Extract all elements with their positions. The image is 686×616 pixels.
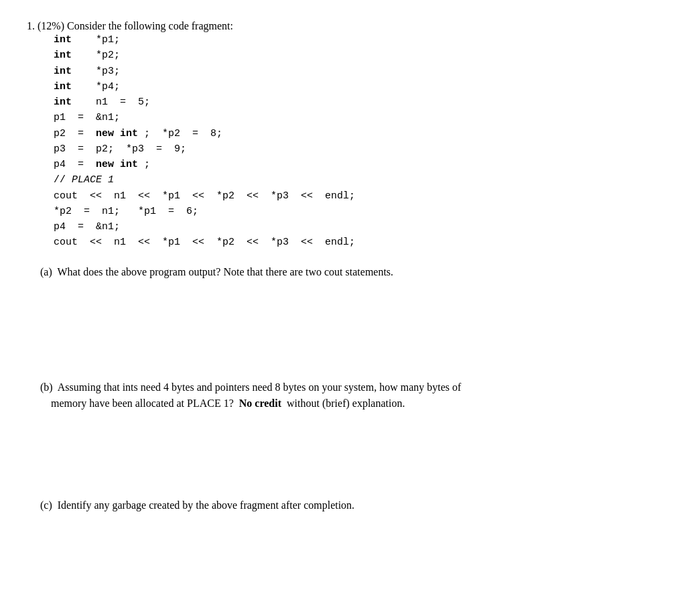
- code-line-6: p1 = &n1;: [54, 110, 659, 125]
- part-c-label: (c): [40, 499, 52, 511]
- question-points: (12%): [38, 20, 64, 32]
- code-line-2: int *p2;: [54, 48, 659, 63]
- code-line-12: *p2 = n1; *p1 = 6;: [54, 204, 659, 219]
- code-block: int *p1; int *p2; int *p3; int *p4; int …: [54, 32, 659, 251]
- code-line-11: cout << n1 << *p1 << *p2 << *p3 << endl;: [54, 188, 659, 204]
- part-b-label: (b): [40, 381, 53, 393]
- part-a: (a) What does the above program output? …: [27, 264, 659, 280]
- part-c: (c) Identify any garbage created by the …: [27, 497, 659, 513]
- part-a-content: What does the above program output? Note…: [57, 266, 393, 278]
- code-line-3: int *p3;: [54, 64, 659, 79]
- question-header: 1. (12%) Consider the following code fra…: [27, 20, 659, 32]
- code-line-13: p4 = &n1;: [54, 219, 659, 235]
- code-line-10: // PLACE 1: [54, 172, 659, 188]
- part-b-content-middle: memory have been allocated at PLACE 1?: [51, 397, 234, 409]
- part-c-text: (c) Identify any garbage created by the …: [40, 497, 659, 513]
- part-a-text: (a) What does the above program output? …: [40, 264, 659, 280]
- part-b-text: (b) Assuming that ints need 4 bytes and …: [40, 379, 659, 412]
- code-line-4: int *p4;: [54, 79, 659, 95]
- answer-space-a: [27, 287, 659, 367]
- answer-space-c: [27, 520, 659, 560]
- part-b-content-after: without (brief) explanation.: [287, 397, 405, 409]
- answer-space-b: [27, 418, 659, 485]
- code-line-14: cout << n1 << *p1 << *p2 << *p3 << endl;: [54, 235, 659, 250]
- part-a-label: (a): [40, 266, 52, 278]
- part-b: (b) Assuming that ints need 4 bytes and …: [27, 379, 659, 412]
- question-prompt: Consider the following code fragment:: [67, 20, 233, 32]
- code-line-7: p2 = new int ; *p2 = 8;: [54, 126, 659, 141]
- part-c-content: Identify any garbage created by the abov…: [58, 499, 354, 511]
- question-number: 1.: [27, 20, 35, 32]
- code-line-8: p3 = p2; *p3 = 9;: [54, 141, 659, 157]
- part-b-content-before: Assuming that ints need 4 bytes and poin…: [58, 381, 462, 393]
- code-line-9: p4 = new int ;: [54, 157, 659, 172]
- code-line-5: int n1 = 5;: [54, 95, 659, 110]
- code-line-1: int *p1;: [54, 32, 659, 48]
- part-b-bold: No credit: [239, 397, 281, 409]
